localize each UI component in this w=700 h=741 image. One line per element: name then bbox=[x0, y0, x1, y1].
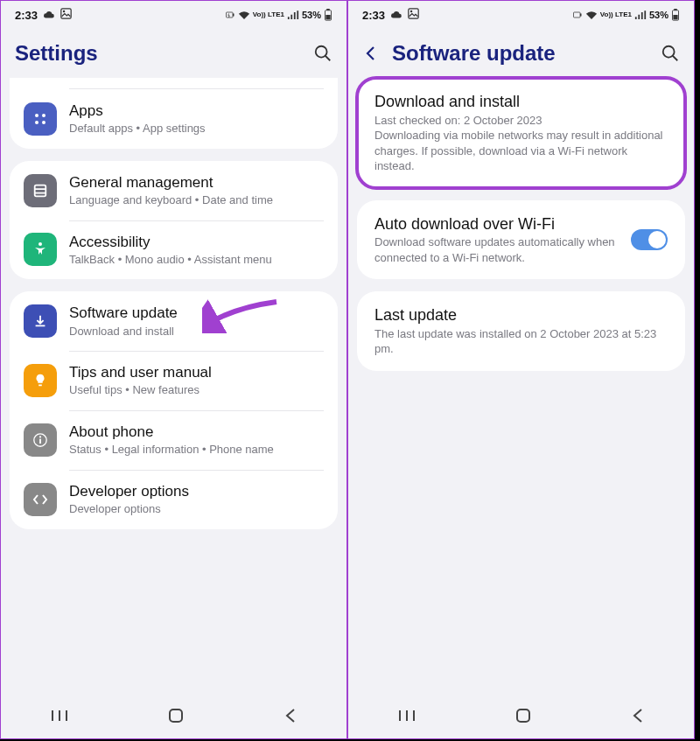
svg-rect-0 bbox=[61, 9, 71, 18]
nav-back[interactable] bbox=[284, 708, 297, 727]
page-title: Software update bbox=[392, 41, 661, 66]
settings-row-about[interactable]: About phone Status • Legal information •… bbox=[10, 410, 338, 470]
row-title: About phone bbox=[69, 423, 324, 441]
download-install-row[interactable]: Download and install Last checked on: 2 … bbox=[357, 78, 685, 188]
phone-left-settings: 2:33 Vo)) LTE1 53% Settings bbox=[0, 0, 347, 739]
about-icon bbox=[24, 423, 57, 457]
svg-rect-26 bbox=[573, 12, 580, 17]
auto-download-toggle[interactable] bbox=[631, 229, 668, 250]
svg-rect-2 bbox=[226, 12, 233, 17]
page-title: Settings bbox=[15, 41, 313, 66]
svg-point-11 bbox=[35, 121, 38, 124]
settings-card-1: Apps Default apps • App settings bbox=[10, 78, 338, 149]
svg-rect-23 bbox=[170, 710, 182, 722]
svg-point-7 bbox=[316, 46, 327, 58]
cloud-icon bbox=[390, 9, 402, 22]
auto-download-card: Auto download over Wi-Fi Download softwa… bbox=[357, 200, 685, 280]
svg-rect-29 bbox=[674, 9, 677, 10]
nav-bar bbox=[348, 696, 694, 738]
general-icon bbox=[24, 174, 57, 207]
search-icon[interactable] bbox=[313, 44, 332, 63]
svg-rect-27 bbox=[580, 14, 582, 17]
row-title: Software update bbox=[69, 304, 324, 322]
settings-row-general[interactable]: General management Language and keyboard… bbox=[10, 161, 338, 220]
status-battery: 53% bbox=[302, 10, 321, 20]
nav-home[interactable] bbox=[515, 708, 531, 727]
nav-back[interactable] bbox=[632, 708, 644, 727]
signal-icon bbox=[634, 10, 647, 20]
signal-icon bbox=[287, 10, 299, 20]
battery-icon bbox=[671, 9, 680, 21]
svg-point-10 bbox=[42, 114, 46, 117]
row-sub: TalkBack • Mono audio • Assistant menu bbox=[69, 252, 324, 268]
row-sub: Language and keyboard • Date and time bbox=[69, 192, 324, 208]
battery-saver-icon bbox=[572, 10, 583, 20]
settings-row-apps[interactable]: Apps Default apps • App settings bbox=[10, 89, 338, 149]
settings-row-developer[interactable]: Developer options Developer options bbox=[10, 470, 338, 529]
settings-header: Settings bbox=[1, 25, 346, 78]
row-title: General management bbox=[69, 173, 324, 192]
svg-point-9 bbox=[35, 114, 38, 117]
back-icon[interactable] bbox=[362, 45, 380, 62]
status-time: 2:33 bbox=[362, 9, 385, 22]
svg-line-8 bbox=[326, 56, 331, 61]
status-time: 2:33 bbox=[15, 9, 38, 22]
status-bar: 2:33 Vo)) LTE1 53% bbox=[1, 1, 346, 25]
row-sub: Download software updates automatically … bbox=[374, 234, 622, 265]
volte-icon: Vo)) LTE1 bbox=[253, 11, 284, 18]
battery-saver-icon bbox=[225, 10, 235, 20]
nav-bar bbox=[1, 696, 346, 738]
svg-rect-5 bbox=[326, 9, 330, 10]
svg-point-12 bbox=[42, 121, 46, 124]
auto-download-row[interactable]: Auto download over Wi-Fi Download softwa… bbox=[357, 200, 685, 280]
cloud-icon bbox=[43, 9, 55, 22]
svg-point-25 bbox=[410, 10, 412, 12]
row-sub: The last update was installed on 2 Octob… bbox=[374, 326, 668, 357]
developer-icon bbox=[24, 483, 57, 516]
svg-rect-3 bbox=[233, 14, 234, 17]
settings-row-accessibility[interactable]: Accessibility TalkBack • Mono audio • As… bbox=[10, 220, 338, 280]
row-sub: Status • Legal information • Phone name bbox=[69, 442, 324, 458]
wifi-icon bbox=[585, 10, 598, 20]
row-sub: Useful tips • New features bbox=[69, 382, 324, 398]
image-icon bbox=[60, 8, 72, 22]
last-update-row[interactable]: Last update The last update was installe… bbox=[357, 291, 685, 371]
software-update-icon bbox=[24, 304, 57, 338]
svg-point-16 bbox=[38, 242, 42, 246]
svg-rect-19 bbox=[39, 439, 41, 444]
wifi-icon bbox=[238, 10, 250, 20]
row-title: Auto download over Wi-Fi bbox=[374, 214, 622, 234]
row-title: Last update bbox=[374, 305, 668, 325]
search-icon[interactable] bbox=[661, 44, 680, 63]
nav-recents[interactable] bbox=[398, 709, 416, 726]
software-update-header: Software update bbox=[348, 25, 694, 78]
svg-rect-24 bbox=[409, 9, 418, 18]
row-title: Apps bbox=[69, 101, 324, 120]
nav-home[interactable] bbox=[168, 708, 184, 727]
accessibility-icon bbox=[24, 233, 57, 266]
row-title: Developer options bbox=[69, 482, 324, 500]
svg-line-32 bbox=[673, 56, 678, 61]
phone-right-software-update: 2:33 Vo)) LTE1 53% Software update bbox=[347, 0, 695, 739]
row-sub: Last checked on: 2 October 2023 Download… bbox=[374, 113, 668, 174]
settings-card-3: Software update Download and install Tip… bbox=[10, 291, 338, 528]
tips-icon bbox=[24, 364, 57, 397]
row-title: Tips and user manual bbox=[69, 363, 324, 381]
settings-row-tips[interactable]: Tips and user manual Useful tips • New f… bbox=[10, 351, 338, 410]
battery-icon bbox=[324, 9, 332, 21]
image-icon bbox=[408, 8, 419, 22]
row-sub: Developer options bbox=[69, 501, 324, 517]
nav-recents[interactable] bbox=[51, 709, 68, 726]
volte-icon: Vo)) LTE1 bbox=[600, 11, 632, 18]
settings-row-software-update[interactable]: Software update Download and install bbox=[10, 291, 338, 351]
row-sub: Default apps • App settings bbox=[69, 121, 324, 136]
settings-card-2: General management Language and keyboard… bbox=[10, 161, 338, 280]
svg-rect-36 bbox=[517, 710, 529, 722]
row-title: Download and install bbox=[374, 92, 668, 112]
download-install-card: Download and install Last checked on: 2 … bbox=[357, 78, 685, 188]
row-sub: Download and install bbox=[69, 324, 324, 339]
svg-point-31 bbox=[663, 46, 675, 58]
row-title: Accessibility bbox=[69, 233, 324, 251]
status-battery: 53% bbox=[649, 10, 668, 20]
svg-rect-13 bbox=[35, 185, 46, 196]
